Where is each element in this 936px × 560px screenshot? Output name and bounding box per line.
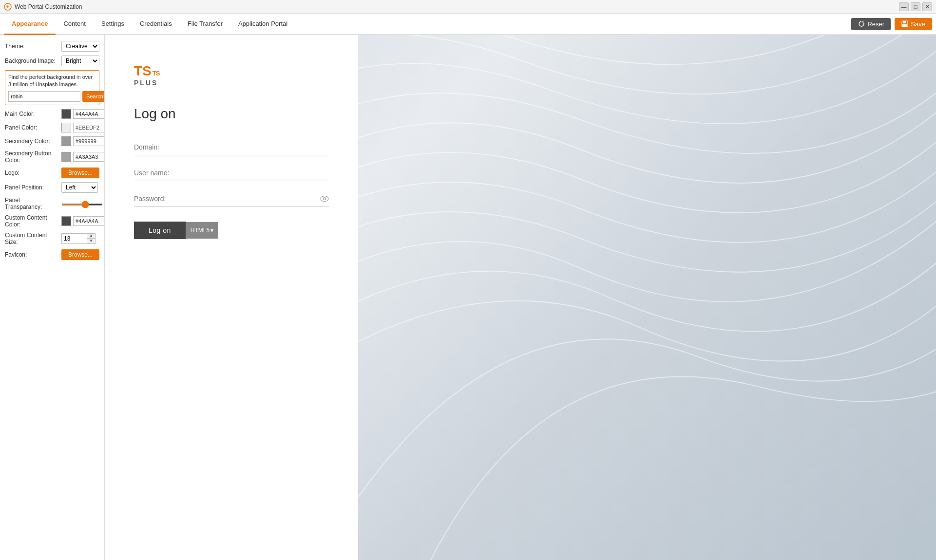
custom-content-size-input-wrap: ▲ ▼ xyxy=(61,233,96,244)
custom-content-color-input[interactable] xyxy=(73,216,105,226)
panel-position-row: Panel Position: Left Right Center xyxy=(5,182,99,193)
minimize-button[interactable]: — xyxy=(899,2,909,11)
logon-button[interactable]: Log on xyxy=(134,222,186,239)
secondary-btn-color-input[interactable] xyxy=(73,152,105,162)
html5-button[interactable]: HTML5 ▾ xyxy=(186,222,218,239)
panel-color-label: Panel Color: xyxy=(5,124,58,131)
nav-actions: Reset Save xyxy=(851,14,932,34)
favicon-row: Favicon: Browse... xyxy=(5,249,99,260)
window-controls: — □ ✕ xyxy=(899,2,932,11)
logo-row: Logo: Browse... xyxy=(5,168,99,178)
preview-area: .wave-line { fill: none; stroke: rgba(25… xyxy=(105,35,936,560)
panel-color-row: Panel Color: xyxy=(5,123,99,132)
secondary-color-input[interactable] xyxy=(73,136,105,146)
reset-button[interactable]: Reset xyxy=(851,18,891,30)
panel-color-input[interactable] xyxy=(73,123,105,132)
reset-icon xyxy=(858,20,865,27)
svg-rect-4 xyxy=(902,24,907,27)
app-icon xyxy=(4,3,12,11)
secondary-btn-color-label: Secondary Button Color: xyxy=(5,150,58,164)
left-panel: Theme: Creative Default Modern Classic B… xyxy=(0,35,105,560)
svg-point-5 xyxy=(321,196,328,201)
unsplash-search-button[interactable]: Search! xyxy=(82,91,105,102)
title-bar: Web Portal Customization — □ ✕ xyxy=(0,0,936,14)
custom-content-size-row: Custom Content Size: ▲ ▼ xyxy=(5,232,99,245)
secondary-color-row-controls xyxy=(61,136,105,146)
theme-select[interactable]: Creative Default Modern Classic xyxy=(61,41,99,52)
panel-transparency-slider-container xyxy=(61,200,103,207)
logo-ts-bottom: TS xyxy=(153,70,160,77)
main-color-row: Main Color: xyxy=(5,109,99,119)
background-select[interactable]: Bright Dark Custom None xyxy=(61,56,99,66)
custom-content-color-swatch[interactable] xyxy=(61,216,71,226)
login-buttons: Log on HTML5 ▾ xyxy=(134,222,329,239)
custom-content-color-row: Custom Content Color: xyxy=(5,214,99,228)
tab-content[interactable]: Content xyxy=(56,14,94,35)
logo-browse-button[interactable]: Browse... xyxy=(61,168,99,178)
domain-field[interactable] xyxy=(134,139,329,155)
unsplash-box: Find the perfect background in over 3 mi… xyxy=(5,70,99,105)
secondary-btn-color-row: Secondary Button Color: xyxy=(5,150,99,164)
main-color-input[interactable] xyxy=(73,109,105,119)
background-image-label: Background Image: xyxy=(5,57,58,64)
panel-position-label: Panel Position: xyxy=(5,184,58,191)
background-select-wrapper: Bright Dark Custom None xyxy=(61,56,99,66)
window-title: Web Portal Customization xyxy=(15,3,82,10)
size-decrement-button[interactable]: ▼ xyxy=(87,239,95,243)
logo-plus: PLUS xyxy=(134,79,329,87)
custom-content-color-label: Custom Content Color: xyxy=(5,214,58,228)
theme-row: Theme: Creative Default Modern Classic xyxy=(5,41,99,52)
maximize-button[interactable]: □ xyxy=(911,2,920,11)
username-field[interactable] xyxy=(134,165,329,181)
secondary-btn-color-swatch[interactable] xyxy=(61,152,71,162)
tsplus-logo: TS TS PLUS xyxy=(134,64,329,87)
secondary-btn-color-row-controls xyxy=(61,152,105,162)
unsplash-description: Find the perfect background in over 3 mi… xyxy=(8,74,96,89)
login-panel: TS TS PLUS Log on xyxy=(105,35,358,560)
show-password-icon[interactable] xyxy=(320,195,329,204)
main-color-swatch[interactable] xyxy=(61,109,71,119)
svg-rect-3 xyxy=(903,21,906,23)
close-button[interactable]: ✕ xyxy=(922,2,932,11)
panel-transparency-slider[interactable] xyxy=(61,204,103,205)
panel-color-row-controls xyxy=(61,123,105,132)
tab-settings[interactable]: Settings xyxy=(94,14,132,35)
favicon-label: Favicon: xyxy=(5,251,58,258)
size-spinners: ▲ ▼ xyxy=(87,234,95,243)
custom-content-size-label: Custom Content Size: xyxy=(5,232,58,245)
favicon-browse-button[interactable]: Browse... xyxy=(61,249,99,260)
panel-position-select[interactable]: Left Right Center xyxy=(61,182,98,193)
tab-file-transfer[interactable]: File Transfer xyxy=(180,14,230,35)
tab-application-portal[interactable]: Application Portal xyxy=(230,14,295,35)
unsplash-search-row: Search! xyxy=(8,91,96,102)
logo-label: Logo: xyxy=(5,169,58,176)
background-image-row: Background Image: Bright Dark Custom Non… xyxy=(5,56,99,66)
svg-point-6 xyxy=(324,197,326,200)
main-color-label: Main Color: xyxy=(5,111,58,117)
save-icon xyxy=(901,20,908,27)
logo-ts: TS xyxy=(134,64,152,78)
secondary-color-swatch[interactable] xyxy=(61,136,71,146)
theme-label: Theme: xyxy=(5,43,58,50)
tab-appearance[interactable]: Appearance xyxy=(4,14,56,35)
size-increment-button[interactable]: ▲ xyxy=(87,234,95,239)
main-color-row-controls xyxy=(61,109,105,119)
panel-transparency-label: Panel Transparancy: xyxy=(5,197,58,210)
unsplash-search-input[interactable] xyxy=(8,91,80,102)
panel-color-swatch[interactable] xyxy=(61,123,71,132)
custom-content-size-input[interactable] xyxy=(62,234,87,243)
password-field[interactable] xyxy=(134,191,329,207)
panel-transparency-row: Panel Transparancy: xyxy=(5,197,99,210)
secondary-color-label: Secondary Color: xyxy=(5,138,58,145)
svg-marker-1 xyxy=(861,20,863,22)
save-button[interactable]: Save xyxy=(895,18,932,30)
title-bar-left: Web Portal Customization xyxy=(4,3,82,11)
main-layout: Theme: Creative Default Modern Classic B… xyxy=(0,35,936,560)
login-title: Log on xyxy=(134,106,329,122)
tab-credentials[interactable]: Credentials xyxy=(132,14,180,35)
custom-content-color-controls xyxy=(61,216,105,226)
theme-select-wrapper: Creative Default Modern Classic xyxy=(61,41,99,52)
secondary-color-row: Secondary Color: xyxy=(5,136,99,146)
password-wrap xyxy=(134,191,329,207)
nav-bar: Appearance Content Settings Credentials … xyxy=(0,14,936,35)
